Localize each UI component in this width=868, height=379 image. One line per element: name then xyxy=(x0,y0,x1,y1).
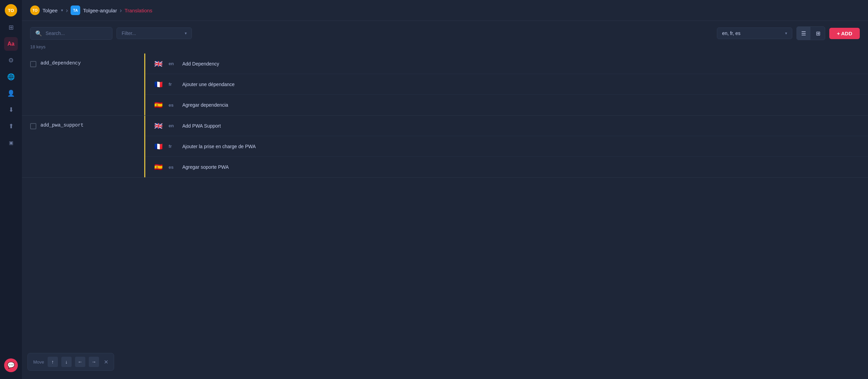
lang-code-fr-0: fr xyxy=(169,82,177,87)
flag-en-1: 🇬🇧 xyxy=(154,122,163,130)
sidebar-avatar[interactable]: TO xyxy=(5,4,17,16)
move-toolbar: Move ↑ ↓ ← → ✕ xyxy=(27,353,114,371)
view-toggle: ☰ ⊞ xyxy=(796,26,825,40)
move-right-icon: → xyxy=(91,359,96,365)
sidebar-item-import[interactable]: ⬇ xyxy=(4,103,18,117)
project-avatar: TA xyxy=(71,5,80,15)
search-input[interactable] xyxy=(46,31,107,36)
translation-row[interactable]: 🇪🇸 es Agregar dependencia xyxy=(145,95,868,115)
search-icon: 🔍 xyxy=(35,30,42,37)
sidebar: TO ⊞ Aa ⚙ 🌐 👤 ⬇ ⬆ ▣ 💬 xyxy=(0,0,22,379)
import-icon: ⬇ xyxy=(9,106,14,114)
breadcrumb-org[interactable]: TO Tolgee ▾ xyxy=(30,5,63,15)
move-down-icon: ↓ xyxy=(65,359,68,365)
breadcrumb-sep-2: › xyxy=(120,7,122,14)
sidebar-item-languages[interactable]: 🌐 xyxy=(4,70,18,84)
org-chevron-icon: ▾ xyxy=(61,8,63,13)
lang-code-es-1: es xyxy=(169,165,177,170)
translation-table: add_dependency 🇬🇧 en Add Dependency 🇫🇷 f… xyxy=(22,54,868,379)
sidebar-item-export[interactable]: ⬆ xyxy=(4,119,18,133)
page-title: Translations xyxy=(124,8,152,13)
move-left-button[interactable]: ← xyxy=(75,357,85,367)
key-row: add_pwa_support 🇬🇧 en Add PWA Support 🇫🇷… xyxy=(22,116,868,178)
translation-row[interactable]: 🇫🇷 fr Ajouter la prise en charge de PWA xyxy=(145,136,868,157)
flag-fr-0: 🇫🇷 xyxy=(154,80,163,88)
grid-view-icon: ⊞ xyxy=(816,30,820,37)
toolbar: 🔍 Filter... ▾ en, fr, es ▾ ☰ ⊞ + ADD xyxy=(22,21,868,43)
translation-text-en-0: Add Dependency xyxy=(182,61,219,67)
org-avatar: TO xyxy=(30,5,40,15)
integrations-icon: ▣ xyxy=(9,140,13,145)
lang-code-fr-1: fr xyxy=(169,144,177,149)
grid-view-button[interactable]: ⊞ xyxy=(811,27,825,40)
breadcrumb-project[interactable]: TA Tolgee-angular xyxy=(71,5,117,15)
key-row: add_dependency 🇬🇧 en Add Dependency 🇫🇷 f… xyxy=(22,54,868,116)
topbar: TO Tolgee ▾ › TA Tolgee-angular › Transl… xyxy=(22,0,868,21)
translation-row[interactable]: 🇬🇧 en Add PWA Support xyxy=(145,116,868,136)
key-checkbox-0[interactable] xyxy=(30,61,36,67)
translations-col-0: 🇬🇧 en Add Dependency 🇫🇷 fr Ajouter une d… xyxy=(145,54,868,115)
flag-es-0: 🇪🇸 xyxy=(154,101,163,109)
key-name-col: add_pwa_support xyxy=(22,116,145,177)
translation-text-en-1: Add PWA Support xyxy=(182,123,221,129)
move-close-button[interactable]: ✕ xyxy=(104,359,108,365)
keys-count: 18 keys xyxy=(22,43,868,54)
move-up-button[interactable]: ↑ xyxy=(48,357,58,367)
project-name: Tolgee-angular xyxy=(83,8,117,13)
key-name-col: add_dependency xyxy=(22,54,145,115)
move-left-icon: ← xyxy=(78,359,83,365)
sidebar-item-integrations[interactable]: ▣ xyxy=(4,136,18,150)
settings-icon: ⚙ xyxy=(8,57,14,64)
translations-icon: Aa xyxy=(8,41,14,47)
language-value: en, fr, es xyxy=(722,31,782,36)
flag-en-0: 🇬🇧 xyxy=(154,60,163,68)
key-name-1: add_pwa_support xyxy=(40,122,84,128)
filter-label: Filter... xyxy=(122,31,181,36)
export-icon: ⬆ xyxy=(9,122,14,130)
list-view-button[interactable]: ☰ xyxy=(797,27,810,40)
key-checkbox-1[interactable] xyxy=(30,123,36,129)
translation-row[interactable]: 🇬🇧 en Add Dependency xyxy=(145,54,868,74)
move-down-button[interactable]: ↓ xyxy=(61,357,72,367)
lang-code-es-0: es xyxy=(169,103,177,108)
chat-button[interactable]: 💬 xyxy=(4,358,18,372)
sidebar-item-translations[interactable]: Aa xyxy=(4,37,18,51)
translation-row[interactable]: 🇫🇷 fr Ajouter une dépendance xyxy=(145,74,868,95)
lang-code-en-1: en xyxy=(169,123,177,128)
translation-text-fr-1: Ajouter la prise en charge de PWA xyxy=(182,144,256,149)
sidebar-item-members[interactable]: 👤 xyxy=(4,86,18,100)
list-view-icon: ☰ xyxy=(801,30,806,37)
filter-arrow-icon: ▾ xyxy=(185,31,187,36)
chat-icon: 💬 xyxy=(7,362,15,369)
sidebar-item-dashboard[interactable]: ⊞ xyxy=(4,21,18,34)
add-button[interactable]: + ADD xyxy=(829,28,860,39)
flag-es-1: 🇪🇸 xyxy=(154,163,163,171)
move-label: Move xyxy=(33,359,44,365)
breadcrumb-sep-1: › xyxy=(66,7,68,14)
translation-text-es-1: Agregar soporte PWA xyxy=(182,164,229,170)
key-name-0: add_dependency xyxy=(40,60,81,66)
translation-text-fr-0: Ajouter une dépendance xyxy=(182,82,235,87)
members-icon: 👤 xyxy=(7,90,15,97)
translation-row[interactable]: 🇪🇸 es Agregar soporte PWA xyxy=(145,157,868,177)
search-box[interactable]: 🔍 xyxy=(30,27,112,40)
filter-dropdown[interactable]: Filter... ▾ xyxy=(117,27,192,39)
move-right-button[interactable]: → xyxy=(89,357,99,367)
dashboard-icon: ⊞ xyxy=(9,24,14,31)
lang-code-en-0: en xyxy=(169,61,177,66)
languages-icon: 🌐 xyxy=(7,73,15,81)
language-arrow-icon: ▾ xyxy=(785,31,787,36)
language-selector[interactable]: en, fr, es ▾ xyxy=(717,27,792,39)
sidebar-item-settings[interactable]: ⚙ xyxy=(4,54,18,67)
move-up-icon: ↑ xyxy=(51,359,54,365)
translation-text-es-0: Agregar dependencia xyxy=(182,102,228,108)
translations-col-1: 🇬🇧 en Add PWA Support 🇫🇷 fr Ajouter la p… xyxy=(145,116,868,177)
main-content: TO Tolgee ▾ › TA Tolgee-angular › Transl… xyxy=(22,0,868,379)
org-name: Tolgee xyxy=(42,8,58,13)
flag-fr-1: 🇫🇷 xyxy=(154,142,163,151)
